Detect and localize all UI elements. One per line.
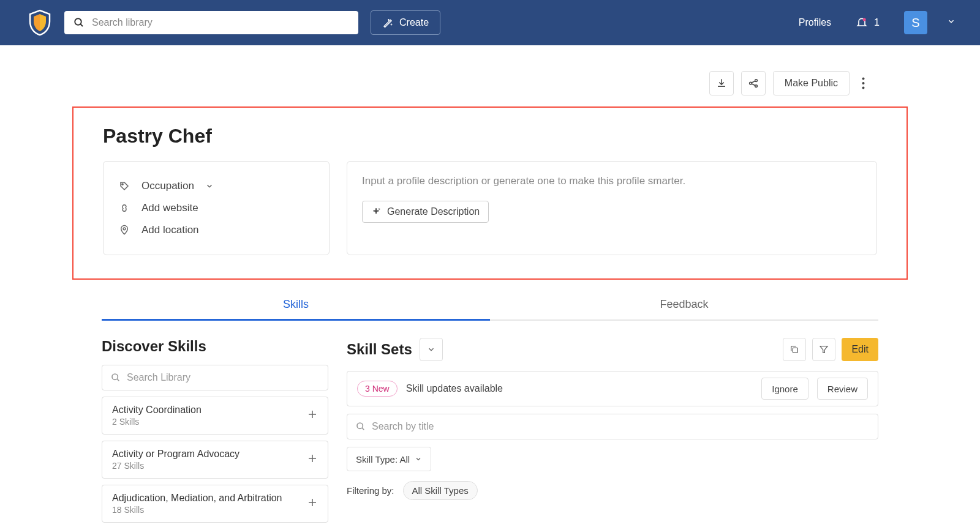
- copy-button[interactable]: [783, 338, 806, 361]
- add-location-label: Add location: [141, 224, 199, 236]
- make-public-button[interactable]: Make Public: [773, 71, 850, 95]
- occupation-row[interactable]: Occupation: [118, 175, 314, 197]
- search-icon: [111, 373, 121, 383]
- add-website-row[interactable]: Add website: [118, 197, 314, 219]
- discover-item-count: 27 Skills: [112, 461, 239, 471]
- skills-content: Discover Skills Activity Coordination 2 …: [102, 338, 878, 523]
- svg-line-7: [752, 84, 755, 86]
- discover-item[interactable]: Activity Coordination 2 Skills: [102, 397, 328, 435]
- profiles-link[interactable]: Profiles: [799, 17, 831, 28]
- filtering-label: Filtering by:: [347, 485, 394, 496]
- discover-item-count: 2 Skills: [112, 417, 202, 427]
- add-skill-button[interactable]: [307, 453, 318, 466]
- discover-item-count: 18 Skills: [112, 505, 282, 515]
- search-icon: [356, 422, 366, 431]
- discover-title: Discover Skills: [102, 338, 206, 355]
- user-menu-toggle[interactable]: [947, 17, 956, 28]
- download-icon: [716, 78, 727, 89]
- generate-label: Generate Description: [387, 206, 480, 217]
- occupation-label: Occupation: [141, 180, 194, 192]
- svg-marker-22: [820, 346, 827, 353]
- profile-title: Pastry Chef: [103, 125, 877, 147]
- updates-bar: 3 New Skill updates available Ignore Rev…: [347, 371, 878, 406]
- updates-text: Skill updates available: [406, 383, 753, 394]
- share-button[interactable]: [741, 71, 766, 95]
- svg-point-12: [123, 228, 126, 230]
- profile-meta-card: Occupation Add website Add location: [103, 161, 330, 255]
- chevron-down-icon: [427, 345, 435, 354]
- avatar[interactable]: S: [904, 11, 927, 34]
- edit-button[interactable]: Edit: [842, 338, 878, 361]
- discover-item-name: Activity Coordination: [112, 405, 202, 416]
- svg-point-23: [357, 423, 363, 428]
- svg-line-1: [80, 24, 83, 26]
- app-header: Create Profiles 1 S: [0, 0, 980, 45]
- svg-point-13: [112, 374, 118, 379]
- filter-chip[interactable]: All Skill Types: [403, 481, 478, 500]
- discover-item[interactable]: Activity or Program Advocacy 27 Skills: [102, 441, 328, 479]
- plus-icon: [307, 409, 318, 420]
- library-search-input[interactable]: [92, 17, 349, 28]
- library-search[interactable]: [64, 11, 358, 34]
- plus-icon: [307, 497, 318, 508]
- more-actions[interactable]: [857, 77, 870, 89]
- notif-count: 1: [874, 17, 880, 28]
- magic-wand-icon: [382, 17, 393, 28]
- add-skill-button[interactable]: [307, 497, 318, 510]
- svg-point-9: [862, 82, 865, 84]
- search-icon: [74, 17, 85, 28]
- svg-line-6: [752, 81, 755, 83]
- plus-icon: [307, 453, 318, 464]
- skill-sets-search-input[interactable]: [372, 421, 869, 432]
- sparkle-icon: [371, 207, 381, 217]
- app-logo: [28, 9, 52, 36]
- link-icon: [119, 203, 130, 214]
- svg-point-8: [862, 78, 865, 80]
- svg-rect-21: [793, 348, 798, 353]
- svg-line-14: [117, 379, 119, 381]
- more-vertical-icon: [862, 77, 865, 89]
- create-button[interactable]: Create: [371, 10, 440, 35]
- skill-sets-dropdown[interactable]: [420, 338, 443, 361]
- discover-skills-panel: Discover Skills Activity Coordination 2 …: [102, 338, 328, 523]
- description-card: Input a profile description or generate …: [347, 161, 877, 255]
- discover-item[interactable]: Adjudication, Mediation, and Arbitration…: [102, 485, 328, 523]
- description-placeholder: Input a profile description or generate …: [362, 175, 862, 187]
- share-icon: [748, 78, 759, 89]
- svg-point-0: [75, 18, 81, 25]
- generate-description-button[interactable]: Generate Description: [362, 201, 489, 223]
- svg-point-2: [863, 18, 866, 21]
- page-actions: Make Public: [0, 45, 980, 95]
- notifications[interactable]: 1: [856, 17, 880, 29]
- add-skill-button[interactable]: [307, 409, 318, 422]
- svg-point-11: [122, 184, 123, 185]
- tag-icon: [119, 181, 130, 192]
- tab-feedback[interactable]: Feedback: [490, 291, 878, 319]
- svg-line-24: [362, 428, 364, 430]
- skill-type-filter[interactable]: Skill Type: All: [347, 447, 431, 471]
- skill-sets-title: Skill Sets: [347, 341, 412, 358]
- chevron-down-icon: [415, 455, 422, 463]
- download-button[interactable]: [709, 71, 734, 95]
- updates-badge: 3 New: [357, 381, 398, 397]
- profile-hero: Pastry Chef Occupation Add website Add l…: [72, 106, 908, 280]
- add-website-label: Add website: [141, 202, 198, 214]
- chevron-down-icon: [947, 17, 956, 26]
- bell-icon: [856, 17, 868, 29]
- discover-search[interactable]: [102, 365, 328, 390]
- discover-search-input[interactable]: [127, 372, 319, 383]
- ignore-button[interactable]: Ignore: [761, 378, 809, 400]
- discover-item-name: Activity or Program Advocacy: [112, 449, 239, 460]
- filtering-row: Filtering by: All Skill Types: [347, 481, 878, 500]
- chevron-down-icon: [205, 182, 214, 190]
- tab-skills[interactable]: Skills: [102, 291, 490, 319]
- skill-sets-panel: Skill Sets Edit 3 New Skill updates avai…: [347, 338, 878, 523]
- skill-type-label: Skill Type: All: [356, 454, 410, 465]
- filter-button[interactable]: [812, 338, 835, 361]
- add-location-row[interactable]: Add location: [118, 219, 314, 241]
- profile-tabs: Skills Feedback: [102, 291, 878, 321]
- skill-sets-search[interactable]: [347, 414, 878, 439]
- copy-icon: [790, 345, 799, 354]
- svg-point-10: [862, 87, 865, 89]
- review-button[interactable]: Review: [817, 378, 868, 400]
